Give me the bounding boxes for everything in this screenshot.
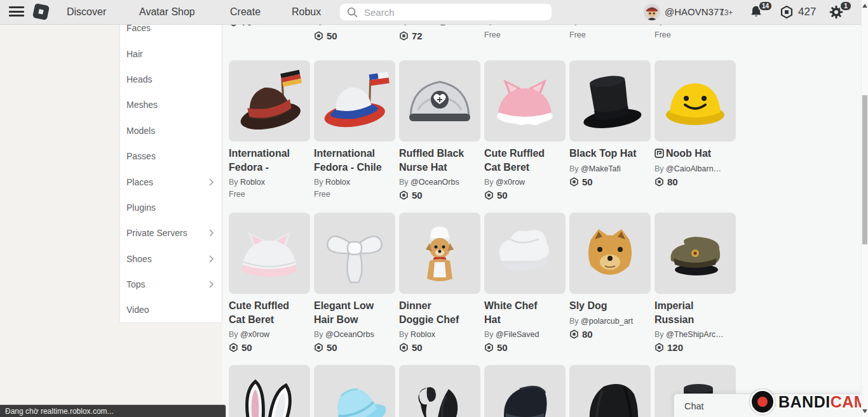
sidebar-item-models[interactable]: Models (120, 118, 222, 143)
item-thumbnail[interactable] (654, 60, 736, 142)
item-card-cute-ruffled-cat-beret[interactable]: Cute RuffledCat BeretBy @x0row50 (229, 213, 310, 353)
sidebar-item-video[interactable]: Video (120, 297, 222, 322)
item-thumbnail[interactable] (314, 365, 395, 417)
by-label: By (569, 317, 579, 326)
item-card[interactable] (569, 365, 651, 417)
roblox-logo-icon[interactable] (32, 3, 50, 20)
robux-balance[interactable]: 427 (798, 0, 816, 24)
sidebar-item-private-servers[interactable]: Private Servers (120, 220, 222, 246)
creator-link[interactable]: @x0row (240, 330, 269, 339)
item-card-black-top-hat[interactable]: Black Top HatBy @MakeTafi50 (569, 60, 651, 201)
search-input[interactable] (363, 6, 537, 18)
creator-link[interactable]: @CaioAlbarn… (666, 164, 721, 173)
item-card[interactable] (484, 365, 566, 417)
item-creator: By @x0row (484, 178, 566, 187)
creator-link[interactable]: @OceanOrbs (410, 178, 459, 187)
scrollbar-thumb[interactable] (862, 95, 867, 244)
item-thumbnail[interactable] (229, 60, 310, 142)
catalog-row: InternationalFedora -By RobloxFreeIntern… (229, 60, 736, 201)
bandicam-watermark: BANDICAM (750, 389, 867, 414)
item-card-international-fedora[interactable]: InternationalFedora -By RobloxFree (229, 60, 310, 201)
sidebar-item-label: Meshes (126, 100, 158, 110)
search-box[interactable] (340, 4, 552, 20)
creator-link[interactable]: @FileSaved (496, 330, 539, 339)
item-name: DinnerDoggie Chef (399, 299, 479, 326)
sidebar-item-passes[interactable]: Passes (120, 143, 222, 169)
item-card-noob-hat[interactable]: Noob HatBy @CaioAlbarn…80 (654, 60, 736, 201)
item-thumbnail[interactable] (314, 60, 395, 142)
scroll-down-icon[interactable] (862, 409, 867, 413)
sidebar-item-tops[interactable]: Tops (120, 272, 222, 297)
sidebar-item-plugins[interactable]: Plugins (120, 195, 222, 220)
creator-link[interactable]: Roblox (410, 330, 435, 339)
item-name: Ruffled BlackNurse Hat (399, 147, 479, 174)
item-thumbnail[interactable] (484, 365, 566, 417)
item-card-cute-ruffled-cat-beret[interactable]: Cute RuffledCat BeretBy @x0row50 (484, 60, 566, 201)
robux-price-icon (399, 190, 409, 200)
sidebar-item-shoes[interactable]: Shoes (120, 246, 222, 272)
scrollbar[interactable] (861, 0, 868, 417)
nav-avatar-shop[interactable]: Avatar Shop (139, 0, 195, 24)
sidebar-item-hair[interactable]: Hair (120, 41, 222, 66)
robux-icon[interactable] (780, 5, 794, 22)
nav-create[interactable]: Create (230, 0, 261, 24)
item-thumbnail[interactable] (569, 213, 651, 294)
item-thumbnail[interactable] (399, 365, 480, 417)
item-thumbnail[interactable] (229, 213, 310, 294)
item-thumbnail[interactable] (229, 365, 310, 417)
username[interactable]: @HAOVN377 (665, 0, 724, 24)
creator-link[interactable]: Roblox (240, 178, 265, 187)
chevron-right-icon (208, 178, 214, 187)
limited-item-icon (654, 149, 664, 158)
by-label: By (229, 330, 238, 339)
creator-link[interactable]: Roblox (325, 178, 350, 187)
item-price: 50 (399, 342, 480, 353)
item-card-sly-dog[interactable]: Sly DogBy @polarcub_art80 (569, 213, 651, 353)
chevron-right-icon (208, 228, 214, 237)
robux-price-icon (569, 177, 579, 187)
creator-link[interactable]: @OceanOrbs (325, 330, 374, 339)
item-creator: By @MakeTafi (569, 164, 651, 173)
item-card-elegant-low-hair-bow[interactable]: Elegant LowHair BowBy @OceanOrbs50 (314, 213, 395, 353)
item-card-ruffled-black-nurse-hat[interactable]: Ruffled BlackNurse HatBy @OceanOrbs50 (399, 60, 480, 201)
item-name: Noob Hat (654, 147, 735, 161)
item-card-white-chef-hat[interactable]: White ChefHatBy @FileSaved50 (484, 213, 566, 353)
settings-badge: 1 (839, 1, 852, 11)
creator-link[interactable]: @MakeTafi (581, 164, 621, 173)
category-sidebar: FacesHairHeadsMeshesModelsPassesPlacesPl… (119, 24, 222, 323)
browser-status-toast: Đang chờ realtime.roblox.com... (0, 404, 226, 417)
item-card-dinner-doggie-chef[interactable]: DinnerDoggie ChefBy Roblox50 (399, 213, 480, 353)
item-thumbnail[interactable] (399, 213, 480, 294)
sidebar-item-places[interactable]: Places (120, 169, 222, 194)
user-avatar[interactable] (644, 4, 660, 20)
item-thumbnail[interactable] (399, 60, 480, 142)
robux-price-icon (229, 343, 238, 352)
scroll-up-icon[interactable] (862, 4, 867, 8)
creator-link[interactable]: @TheShipArc… (666, 330, 724, 339)
item-card[interactable] (314, 365, 395, 417)
item-thumbnail[interactable] (314, 213, 395, 294)
black-hood-graphic (569, 365, 651, 417)
by-label: By (314, 178, 323, 187)
item-card[interactable] (229, 365, 310, 417)
item-card[interactable] (399, 365, 480, 417)
item-creator: By @x0row (229, 330, 310, 339)
item-thumbnail[interactable] (569, 60, 651, 142)
sidebar-item-meshes[interactable]: Meshes (120, 92, 222, 117)
nav-robux[interactable]: Robux (292, 0, 321, 24)
chat-label: Chat (684, 401, 704, 411)
item-thumbnail[interactable] (569, 365, 651, 417)
menu-icon[interactable] (9, 6, 24, 18)
creator-link[interactable]: @x0row (496, 178, 525, 187)
item-thumbnail[interactable] (654, 213, 736, 294)
item-thumbnail[interactable] (484, 213, 566, 294)
item-price: 80 (569, 329, 651, 340)
item-card-imperial-russian[interactable]: ImperialRussianBy @TheShipArc…120 (654, 213, 736, 353)
cat-beret-pink-graphic (484, 60, 566, 142)
sidebar-item-heads[interactable]: Heads (120, 67, 222, 92)
item-thumbnail[interactable] (484, 60, 566, 142)
price-value: 72 (412, 30, 423, 41)
nav-discover[interactable]: Discover (67, 0, 106, 24)
item-card-international-fedora-chile[interactable]: InternationalFedora - ChileBy RobloxFree (314, 60, 395, 201)
creator-link[interactable]: @polarcub_art (581, 317, 633, 326)
